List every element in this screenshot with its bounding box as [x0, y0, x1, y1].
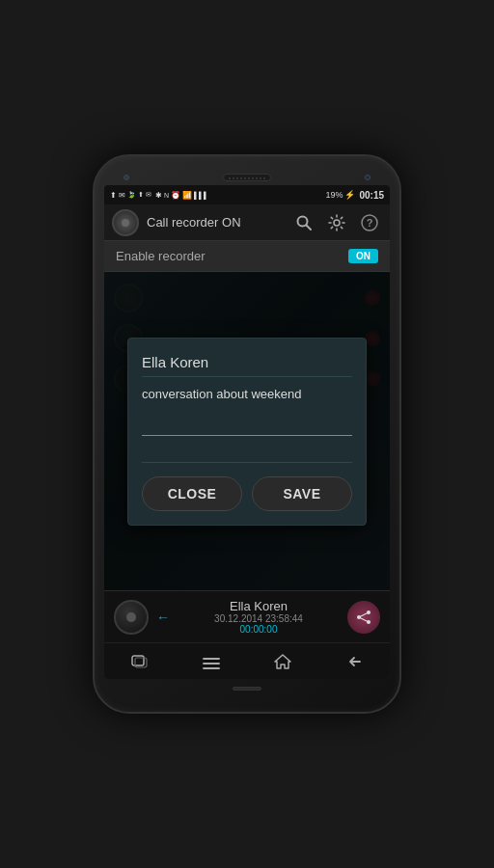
record-inner-dot [126, 612, 136, 622]
notification-icon-1: ⬆ [110, 191, 117, 200]
status-bar-right: 19% ⚡ 00:15 [325, 190, 384, 201]
bluetooth-icon: ✱ [155, 191, 162, 200]
phone-screen: ⬆ ✉ 🍃 ⬆ ✉ ✱ N ⏰ 📶 ▌▌▌ 19% ⚡ 00:15 Ca [104, 185, 390, 679]
app-title: Call recorder ON [147, 215, 291, 230]
svg-text:?: ? [367, 217, 373, 229]
notification-icon-3: 🍃 [127, 191, 136, 199]
search-button[interactable] [291, 210, 316, 235]
camera-dot [124, 175, 129, 180]
back-button[interactable] [335, 647, 373, 676]
menu-button[interactable] [192, 647, 231, 676]
enable-toggle[interactable]: ON [348, 249, 378, 263]
notification-icon-5: ✉ [146, 191, 151, 199]
svg-line-9 [359, 617, 369, 622]
app-header: Call recorder ON [104, 204, 390, 241]
wifi-icon: 📶 [182, 191, 192, 200]
record-info: Ella Koren 30.12.2014 23:58:44 00:00:00 [178, 599, 340, 635]
settings-button[interactable] [324, 210, 349, 235]
signal-icon: ▌▌▌ [194, 192, 208, 199]
dialog-empty-field[interactable] [142, 449, 352, 463]
close-button[interactable]: CLOSE [142, 476, 242, 511]
main-content: Ella Koren conversation about weekend CL… [104, 272, 390, 590]
nav-bar [104, 642, 390, 679]
phone-top-hardware [104, 174, 390, 181]
svg-point-2 [334, 220, 340, 226]
incoming-call-icon: ← [156, 610, 170, 625]
enable-recorder-bar: Enable recorder ON [104, 241, 390, 272]
svg-line-8 [359, 612, 369, 617]
clock: 00:15 [359, 190, 384, 201]
dialog-underline [142, 435, 352, 436]
speaker-grille [223, 174, 271, 181]
edit-dialog: Ella Koren conversation about weekend CL… [127, 338, 367, 526]
dialog-buttons: CLOSE SAVE [142, 476, 352, 511]
nfc-icon: N [164, 192, 169, 199]
record-duration: 00:00:00 [240, 624, 278, 635]
phone-device: ⬆ ✉ 🍃 ⬆ ✉ ✱ N ⏰ 📶 ▌▌▌ 19% ⚡ 00:15 Ca [93, 154, 401, 714]
home-button[interactable] [263, 647, 302, 676]
status-bar-left: ⬆ ✉ 🍃 ⬆ ✉ ✱ N ⏰ 📶 ▌▌▌ [110, 191, 208, 200]
dialog-contact-name: Ella Koren [142, 354, 352, 377]
phone-bottom-hardware [104, 683, 390, 694]
enable-label: Enable recorder [116, 249, 206, 263]
help-button[interactable]: ? [357, 210, 382, 235]
notification-icon-4: ⬆ [138, 191, 144, 199]
dialog-note-text[interactable]: conversation about weekend [142, 387, 352, 425]
record-date: 30.12.2014 23:58:44 [214, 613, 303, 624]
battery-percent: 19% [325, 190, 343, 200]
save-button[interactable]: SAVE [252, 476, 352, 511]
status-bar: ⬆ ✉ 🍃 ⬆ ✉ ✱ N ⏰ 📶 ▌▌▌ 19% ⚡ 00:15 [104, 185, 390, 204]
header-icons: ? [291, 210, 382, 235]
alarm-icon: ⏰ [171, 191, 180, 200]
svg-line-1 [307, 225, 312, 230]
charging-icon: ⚡ [344, 190, 355, 200]
front-camera [365, 175, 370, 180]
record-dot [122, 219, 129, 227]
notification-icon-2: ✉ [119, 191, 125, 200]
dialog-overlay: Ella Koren conversation about weekend CL… [104, 272, 390, 590]
recent-apps-button[interactable] [121, 647, 159, 676]
record-play-icon[interactable] [114, 600, 149, 635]
share-button[interactable] [347, 601, 380, 634]
record-list-item[interactable]: ← Ella Koren 30.12.2014 23:58:44 00:00:0… [104, 590, 390, 642]
record-contact-name: Ella Koren [230, 599, 288, 613]
app-logo [112, 209, 139, 236]
